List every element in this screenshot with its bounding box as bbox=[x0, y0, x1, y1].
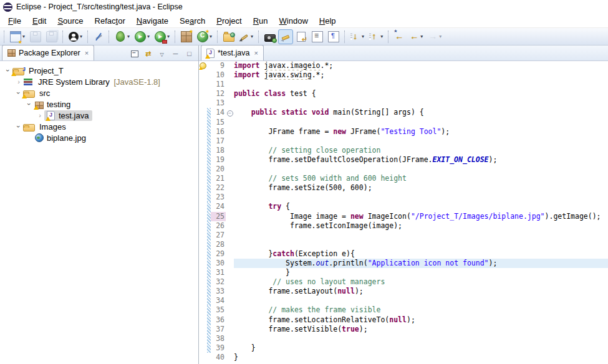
java-project-icon bbox=[12, 68, 24, 75]
dropdown-arrow-icon[interactable]: ▾ bbox=[380, 34, 383, 39]
debug-icon bbox=[116, 31, 125, 42]
new-wizard-button[interactable]: ▾ bbox=[7, 29, 27, 44]
code-line-16: 16 JFrame frame = new JFrame("Testing To… bbox=[199, 127, 608, 136]
dropdown-arrow-icon[interactable]: ▾ bbox=[362, 34, 364, 39]
menu-help[interactable]: Help bbox=[314, 15, 342, 27]
expander-icon[interactable]: › bbox=[15, 122, 22, 131]
save-all-button[interactable] bbox=[44, 29, 60, 44]
mark-occurrences-button[interactable] bbox=[278, 29, 293, 44]
show-outline-button[interactable] bbox=[309, 29, 326, 44]
tab-test-java[interactable]: *test.java × bbox=[201, 45, 264, 60]
previous-annotation-button[interactable]: ▾ bbox=[367, 29, 385, 44]
dropdown-arrow-icon[interactable]: ▾ bbox=[147, 34, 150, 39]
code-line-18: 18 // setting close operation bbox=[199, 146, 608, 155]
line-number: 17 bbox=[211, 136, 226, 146]
code-line-23: 23 bbox=[199, 193, 608, 202]
src-folder-icon bbox=[23, 90, 35, 98]
last-edit-location-icon bbox=[394, 32, 404, 42]
menu-search[interactable]: Search bbox=[174, 15, 211, 27]
package-icon bbox=[35, 102, 44, 109]
code-text: import javax.imageio.*; bbox=[234, 61, 608, 70]
expander-icon[interactable]: › bbox=[36, 112, 44, 119]
dropdown-arrow-icon[interactable]: ▾ bbox=[22, 34, 25, 39]
fold-column bbox=[226, 89, 234, 98]
new-java-project-button[interactable] bbox=[178, 29, 195, 44]
menu-project[interactable]: Project bbox=[211, 15, 247, 27]
save-button[interactable] bbox=[27, 29, 44, 44]
code-text: JFrame frame = new JFrame("Testing Tool"… bbox=[234, 127, 608, 136]
line-number: 31 bbox=[211, 268, 226, 277]
dropdown-arrow-icon[interactable]: ▾ bbox=[439, 34, 442, 39]
tree-item-src[interactable]: ›src bbox=[0, 87, 198, 98]
show-whitespace-button[interactable] bbox=[326, 29, 342, 44]
block-selection-button[interactable] bbox=[91, 29, 106, 44]
run-button[interactable]: ▾ bbox=[132, 29, 152, 44]
save-icon bbox=[30, 31, 41, 42]
tree-item-project-t[interactable]: ›Project_T bbox=[0, 65, 198, 76]
tree-item-biplane-jpg[interactable]: biplane.jpg bbox=[0, 132, 198, 143]
package-explorer-toolbar bbox=[131, 50, 198, 60]
menu-window[interactable]: Window bbox=[274, 15, 314, 27]
tab-package-explorer[interactable]: Package Explorer × bbox=[2, 45, 94, 60]
debug-button[interactable]: ▾ bbox=[112, 29, 132, 44]
expander-icon[interactable]: › bbox=[14, 78, 23, 85]
package-explorer-icon bbox=[7, 49, 16, 57]
dropdown-arrow-icon[interactable]: ▾ bbox=[420, 34, 423, 39]
collapse-icon[interactable]: − bbox=[227, 110, 233, 117]
show-source-button[interactable] bbox=[293, 29, 309, 44]
menu-edit[interactable]: Edit bbox=[27, 15, 52, 27]
tree-item-jre-system-library[interactable]: ›JRE System Library [JavaSE-1.8] bbox=[0, 76, 198, 87]
new-java-class-icon bbox=[197, 31, 208, 42]
user-profile-button[interactable]: ▾ bbox=[66, 29, 85, 44]
tree-item-test-java[interactable]: ›test.java bbox=[0, 110, 198, 121]
dropdown-arrow-icon[interactable]: ▾ bbox=[167, 34, 170, 39]
tree-item-images[interactable]: ›Images bbox=[0, 121, 198, 132]
line-number: 20 bbox=[211, 165, 226, 174]
code-line-33: 33 frame.setLayout(null); bbox=[199, 287, 608, 296]
dropdown-arrow-icon[interactable]: ▾ bbox=[210, 34, 212, 39]
tree-item-label: Images bbox=[37, 122, 68, 132]
forward-button[interactable]: ▾ bbox=[425, 29, 444, 44]
maximize-icon[interactable] bbox=[185, 50, 193, 57]
line-number: 23 bbox=[211, 193, 226, 202]
forward-icon bbox=[428, 32, 438, 42]
code-text: frame.setIconImage(image); bbox=[234, 221, 608, 231]
dropdown-arrow-icon[interactable]: ▾ bbox=[127, 34, 130, 39]
annotation-column bbox=[199, 61, 207, 70]
fold-column bbox=[226, 127, 234, 136]
screenshot-button[interactable] bbox=[262, 29, 278, 44]
expander-icon[interactable]: › bbox=[26, 100, 33, 108]
menu-file[interactable]: File bbox=[2, 15, 27, 27]
code-line-10: 10import javax.swing.*; bbox=[199, 70, 608, 80]
link-with-editor-icon[interactable] bbox=[144, 50, 152, 57]
open-element-button[interactable]: ▾ bbox=[237, 29, 256, 44]
tree-item-label: biplane.jpg bbox=[45, 133, 88, 143]
menu-run[interactable]: Run bbox=[248, 15, 274, 27]
last-edit-location-button[interactable] bbox=[392, 29, 407, 44]
dropdown-arrow-icon[interactable]: ▾ bbox=[251, 34, 253, 39]
external-tools-button[interactable]: ▾ bbox=[152, 29, 172, 44]
code-editor[interactable]: 9import javax.imageio.*;10import javax.s… bbox=[199, 61, 608, 364]
toolbar-separator bbox=[109, 31, 110, 43]
fold-column bbox=[226, 61, 234, 70]
close-icon[interactable]: × bbox=[85, 49, 89, 57]
minimize-icon[interactable] bbox=[171, 50, 180, 57]
view-menu-icon[interactable] bbox=[158, 50, 166, 57]
open-type-button[interactable] bbox=[221, 29, 237, 44]
toolbar-separator bbox=[4, 31, 5, 43]
new-java-class-button[interactable]: ▾ bbox=[195, 29, 215, 44]
next-annotation-button[interactable]: ▾ bbox=[348, 29, 367, 44]
annotation-column bbox=[199, 80, 207, 89]
tree-item-testing[interactable]: ›testing bbox=[0, 98, 198, 110]
warning-overlay-icon bbox=[34, 105, 39, 110]
close-icon[interactable]: × bbox=[254, 49, 258, 57]
collapse-all-icon[interactable] bbox=[131, 50, 138, 57]
dropdown-arrow-icon[interactable]: ▾ bbox=[80, 34, 82, 39]
menu-refactor[interactable]: Refactor bbox=[89, 15, 131, 27]
menu-navigate[interactable]: Navigate bbox=[131, 15, 174, 27]
line-number: 38 bbox=[211, 334, 226, 343]
show-source-icon bbox=[297, 32, 306, 42]
menu-source[interactable]: Source bbox=[52, 15, 89, 27]
line-number: 12 bbox=[211, 89, 226, 98]
back-button[interactable]: ▾ bbox=[407, 29, 425, 44]
